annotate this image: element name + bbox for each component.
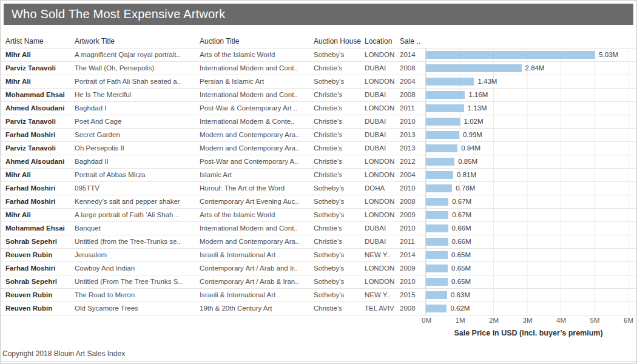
artist-cell[interactable]: Mihr Ali	[5, 209, 75, 221]
artwork-title-cell[interactable]: He Is The Merciful	[75, 89, 200, 101]
artwork-title-cell[interactable]: 095TTV	[75, 182, 200, 195]
sale-year-cell[interactable]: 2015	[400, 289, 425, 302]
sale-year-cell[interactable]: 2009	[400, 262, 425, 275]
artist-cell[interactable]: Mohammad Ehsai	[5, 222, 75, 235]
auction-house-cell[interactable]: Sotheby’s	[314, 249, 365, 261]
table-row[interactable]: Parviz Tanavoli The Wall (Oh, Persepolis…	[1, 62, 636, 75]
auction-title-cell[interactable]: Contemporary Art Evening Auc..	[200, 195, 314, 208]
table-row[interactable]: Ahmed Alsoudani Baghdad II Post-War and …	[1, 155, 636, 169]
sale-price-bar[interactable]	[426, 198, 448, 206]
sale-year-cell[interactable]: 2013	[400, 129, 425, 141]
artwork-title-cell[interactable]: The Road to Meron	[75, 289, 200, 302]
artist-cell[interactable]: Mihr Ali	[5, 49, 75, 61]
sale-year-cell[interactable]: 2012	[400, 155, 425, 168]
sale-price-bar[interactable]	[426, 158, 454, 166]
location-cell[interactable]: LONDON	[365, 275, 400, 288]
artwork-title-cell[interactable]: Untitled (From The Tree Trunks S..	[75, 275, 200, 288]
auction-title-cell[interactable]: International Modern and Cont..	[200, 89, 314, 101]
auction-house-cell[interactable]: Sotheby’s	[314, 289, 365, 302]
auction-title-cell[interactable]: Contemporary Art / Arab and Ir..	[200, 262, 314, 275]
artist-cell[interactable]: Mihr Ali	[5, 75, 75, 88]
location-cell[interactable]: TEL AVIV	[365, 302, 400, 315]
sale-year-cell[interactable]: 2010	[400, 115, 425, 128]
column-header-location[interactable]: Location	[365, 37, 400, 48]
sale-price-bar[interactable]	[426, 91, 465, 99]
table-row[interactable]: Reuven Rubin Jerusalem Israeli & Interna…	[1, 249, 636, 262]
auction-title-cell[interactable]: Modern and Contemporary Ara..	[200, 235, 314, 248]
sale-price-bar[interactable]	[426, 104, 464, 112]
auction-title-cell[interactable]: Islamic Art	[200, 169, 314, 181]
sale-year-cell[interactable]: 2009	[400, 209, 425, 221]
artwork-title-cell[interactable]: A large portrait of Fath ’Ali Shah ..	[75, 209, 200, 221]
table-row[interactable]: Parviz Tanavoli Oh Persepolis II Modern …	[1, 142, 636, 155]
location-cell[interactable]: NEW Y..	[365, 249, 400, 261]
artist-cell[interactable]: Mohammad Ehsai	[5, 89, 75, 101]
artwork-title-cell[interactable]: Banquet	[75, 222, 200, 235]
auction-house-cell[interactable]: Sotheby’s	[314, 209, 365, 221]
artist-cell[interactable]: Sohrab Sepehri	[5, 235, 75, 248]
auction-house-cell[interactable]: Sotheby’s	[314, 275, 365, 288]
sale-year-cell[interactable]: 2011	[400, 102, 425, 115]
artist-cell[interactable]: Farhad Moshiri	[5, 262, 75, 275]
table-row[interactable]: Mihr Ali A magnificent Qajar royal portr…	[1, 49, 636, 62]
sale-year-cell[interactable]: 2008	[400, 302, 425, 315]
artwork-title-cell[interactable]: Untitled (from the Tree-Trunks se..	[75, 235, 200, 248]
artwork-title-cell[interactable]: Baghdad I	[75, 102, 200, 115]
sale-year-cell[interactable]: 2008	[400, 62, 425, 75]
auction-title-cell[interactable]: Arts of the Islamic World	[200, 49, 314, 61]
auction-house-cell[interactable]: Christie’s	[314, 142, 365, 155]
location-cell[interactable]: DUBAI	[365, 89, 400, 101]
location-cell[interactable]: LONDON	[365, 262, 400, 275]
table-row[interactable]: Farhad Moshiri Cowboy And Indian Contemp…	[1, 262, 636, 275]
table-row[interactable]: Reuven Rubin The Road to Meron Israeli &…	[1, 289, 636, 302]
location-cell[interactable]: LONDON	[365, 102, 400, 115]
sale-year-cell[interactable]: 2014	[400, 49, 425, 61]
artwork-title-cell[interactable]: Old Sycamore Trees	[75, 302, 200, 315]
auction-title-cell[interactable]: Israeli & International Art	[200, 289, 314, 302]
table-row[interactable]: Mohammad Ehsai Banquet International Mod…	[1, 222, 636, 235]
sale-price-bar[interactable]	[426, 291, 447, 299]
auction-title-cell[interactable]: Post-War & Contemporary Art ..	[200, 102, 314, 115]
auction-house-cell[interactable]: Christie’s	[314, 169, 365, 181]
sale-price-bar[interactable]	[426, 224, 448, 232]
auction-title-cell[interactable]: International Modern and Cont..	[200, 222, 314, 235]
sale-year-cell[interactable]: 2004	[400, 169, 425, 181]
auction-title-cell[interactable]: Persian & Islamic Art	[200, 75, 314, 88]
table-row[interactable]: Ahmed Alsoudani Baghdad I Post-War & Con…	[1, 102, 636, 115]
auction-house-cell[interactable]: Christie’s	[314, 129, 365, 141]
table-row[interactable]: Reuven Rubin Old Sycamore Trees 19th & 2…	[1, 302, 636, 315]
artist-cell[interactable]: Sohrab Sepehri	[5, 275, 75, 288]
auction-title-cell[interactable]: International Modern & Conte..	[200, 115, 314, 128]
sale-price-bar[interactable]	[426, 64, 522, 72]
auction-house-cell[interactable]: Sotheby’s	[314, 262, 365, 275]
column-header-sale-year[interactable]: Sale ..	[400, 37, 425, 48]
artwork-title-cell[interactable]: Jerusalem	[75, 249, 200, 261]
artwork-title-cell[interactable]: The Wall (Oh, Persepolis)	[75, 62, 200, 75]
location-cell[interactable]: DOHA	[365, 182, 400, 195]
table-row[interactable]: Mohammad Ehsai He Is The Merciful Intern…	[1, 89, 636, 102]
column-header-auction[interactable]: Auction Title	[200, 37, 314, 48]
sale-price-bar[interactable]	[426, 184, 452, 192]
sale-price-bar[interactable]	[426, 265, 448, 272]
artwork-title-cell[interactable]: Kennedy’s salt and pepper shaker	[75, 195, 200, 208]
sale-price-bar[interactable]	[426, 305, 447, 312]
location-cell[interactable]: DUBAI	[365, 62, 400, 75]
table-row[interactable]: Sohrab Sepehri Untitled (From The Tree T…	[1, 275, 636, 289]
table-row[interactable]: Farhad Moshiri Secret Garden Modern and …	[1, 129, 636, 142]
table-row[interactable]: Farhad Moshiri 095TTV Hurouf: The Art of…	[1, 182, 636, 195]
artwork-title-cell[interactable]: Secret Garden	[75, 129, 200, 141]
table-row[interactable]: Mihr Ali A large portrait of Fath ’Ali S…	[1, 209, 636, 222]
sale-price-bar[interactable]	[426, 251, 448, 259]
auction-house-cell[interactable]: Sotheby’s	[314, 49, 365, 61]
auction-title-cell[interactable]: Hurouf: The Art of the Word	[200, 182, 314, 195]
artist-cell[interactable]: Ahmed Alsoudani	[5, 155, 75, 168]
auction-title-cell[interactable]: Post-War and Contemporary A..	[200, 155, 314, 168]
table-row[interactable]: Farhad Moshiri Kennedy’s salt and pepper…	[1, 195, 636, 209]
sale-price-bar[interactable]	[426, 51, 595, 59]
sale-year-cell[interactable]: 2014	[400, 249, 425, 261]
auction-title-cell[interactable]: Israeli & International Art	[200, 249, 314, 261]
location-cell[interactable]: LONDON	[365, 209, 400, 221]
sale-year-cell[interactable]: 2008	[400, 195, 425, 208]
location-cell[interactable]: LONDON	[365, 169, 400, 181]
auction-house-cell[interactable]: Christie’s	[314, 102, 365, 115]
